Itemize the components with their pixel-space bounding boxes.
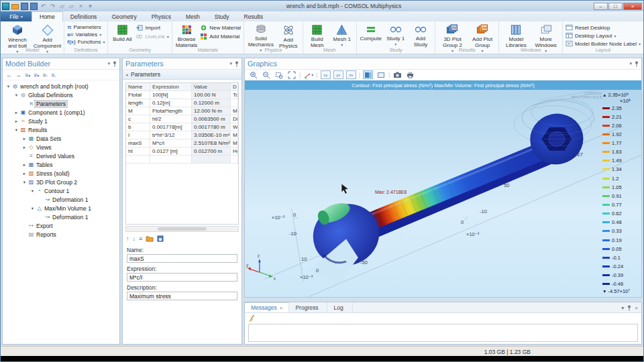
transparency-icon[interactable] (363, 70, 373, 79)
close-panel-icon[interactable]: × (635, 305, 638, 311)
livelink-button[interactable]: LiveLink▾ (136, 33, 168, 40)
messages-tab[interactable]: Log (327, 302, 352, 312)
expand-all-icon[interactable]: ≡↓ (51, 72, 56, 78)
messages-tab[interactable]: Messages × (245, 302, 289, 312)
add-study-button[interactable]: Add Study (409, 23, 432, 49)
new-material-button[interactable]: New Material (200, 24, 241, 32)
save-as-icon[interactable] (30, 3, 38, 10)
load-from-file-icon[interactable] (146, 235, 154, 242)
tree-item[interactable]: ↝ Deformation 1 (3, 213, 119, 221)
tree-item[interactable]: ▤ Reports (3, 230, 119, 239)
tree-expander-icon[interactable]: ▾ (13, 127, 19, 133)
scrollbar-thumb[interactable] (158, 227, 207, 231)
col-header-name[interactable]: Name (126, 83, 150, 90)
tree-item[interactable]: ▸ ▦ Data Sets (3, 134, 119, 143)
image-snapshot-icon[interactable] (392, 70, 402, 79)
tab-physics[interactable]: Physics (144, 12, 178, 21)
node-view-icon[interactable]: ≡▾ (34, 72, 39, 78)
pin-icon[interactable] (635, 61, 639, 67)
tree-item[interactable]: π Parameters (3, 99, 119, 108)
view-yz-icon[interactable]: yz (333, 70, 343, 79)
desktop-layout-button[interactable]: Desktop Layout▾ (566, 32, 641, 39)
move-down-icon[interactable]: ↓ (133, 235, 136, 242)
tree-expander-icon[interactable]: ▾ (13, 93, 19, 98)
forward-icon[interactable]: → (15, 72, 21, 78)
panel-menu-icon[interactable]: ▾ (107, 61, 110, 66)
tree-item[interactable]: ▾ ◔ Contour 1 (3, 186, 119, 195)
qat-dropdown-icon[interactable]: ▾ (87, 3, 94, 10)
tree-expander-icon[interactable]: ▸ (21, 162, 28, 168)
list-icon[interactable]: ≡ (139, 235, 142, 242)
name-input[interactable]: maxS (127, 254, 237, 263)
tree-expander-icon[interactable]: ▸ (21, 171, 28, 176)
tree-item[interactable]: ▾ ◍ Global Definitions (3, 90, 119, 99)
col-header-value[interactable]: Value (192, 83, 231, 90)
table-row[interactable]: maxS M*c/I 2.5107E8 N/m² M (126, 139, 238, 147)
delete-icon[interactable]: × (77, 3, 85, 10)
pin-icon[interactable] (235, 61, 239, 67)
table-row[interactable]: I b*ht^3/12 3.0350E-10 m⁴ M (126, 131, 238, 139)
tree-expander-icon[interactable]: ▸ (13, 110, 19, 115)
mesh-1-button[interactable]: Mesh 1▾ (331, 23, 354, 48)
redo-icon[interactable]: ↷ (49, 3, 56, 10)
functions-button[interactable]: f(x)Functions▾ (67, 39, 105, 45)
view-zx-icon[interactable]: zx (346, 70, 356, 79)
move-up-icon[interactable]: ↑ (126, 235, 129, 242)
browse-materials-button[interactable]: Browse Materials (175, 23, 198, 50)
table-row[interactable]: length 0.12[m] 0.12000 m (126, 99, 238, 107)
clear-messages-icon[interactable] (248, 314, 256, 322)
save-icon[interactable] (21, 3, 28, 10)
build-all-button[interactable]: Build All (111, 23, 133, 44)
undo-icon[interactable]: ↶ (40, 3, 47, 10)
tab-mesh[interactable]: Mesh (178, 12, 207, 21)
tree-item[interactable]: ▾ ▨ Results (3, 125, 119, 134)
reset-desktop-button[interactable]: Reset Desktop (566, 24, 641, 31)
description-input[interactable]: Maximum stress (127, 292, 237, 300)
table-row[interactable]: ht 0.0127 [m] 0.012700 m He (126, 147, 238, 156)
minimize-button[interactable]: – (594, 3, 608, 10)
tree-item[interactable]: ▾ △ Max/Min Volume 1 (3, 204, 119, 213)
messages-tab[interactable]: Progress (289, 302, 327, 312)
back-icon[interactable]: ← (6, 72, 12, 78)
import-button[interactable]: Import (136, 24, 168, 32)
go-to-default-view-icon[interactable]: ▾ (303, 70, 313, 79)
build-mesh-button[interactable]: Build Mesh (306, 23, 329, 50)
view-xy-icon[interactable]: xy (321, 70, 331, 79)
col-header-expression[interactable]: Expression (150, 83, 192, 90)
panel-menu-icon[interactable]: ▾ (229, 61, 232, 66)
tree-expander-icon[interactable]: ▾ (21, 180, 28, 185)
tree-expander-icon[interactable]: ▸ (21, 145, 28, 150)
tab-study[interactable]: Study (207, 12, 237, 21)
scene-light-icon[interactable] (376, 70, 386, 79)
tree-item[interactable]: ≡ Derived Values (3, 152, 119, 160)
table-row[interactable]: M Ftotal*length 12.000 N·m M (126, 107, 238, 115)
tree-item[interactable]: ▾ ◍ wrench and bolt.mph (root) (3, 82, 119, 90)
table-row[interactable]: Ftotal 100[N] 100.00 N To (126, 91, 238, 99)
table-horizontal-scrollbar[interactable] (125, 226, 239, 232)
show-menu-icon[interactable]: ≡▾ (25, 72, 30, 78)
print-icon[interactable] (405, 70, 415, 79)
zoom-extents-icon[interactable] (286, 70, 297, 79)
table-row[interactable]: b 0.001778[m] 0.0017780 m W (126, 123, 238, 131)
wrench-3d-view[interactable]: Min: -4.6404E7 (245, 80, 641, 297)
model-libraries-button[interactable]: Model Libraries (502, 23, 530, 50)
tree-item[interactable]: ▸ ≈ Study 1 (3, 117, 119, 125)
tab-home[interactable]: Home (32, 11, 63, 21)
compute-button[interactable]: Compute (360, 23, 382, 43)
maximize-button[interactable]: □ (608, 3, 623, 10)
parameters-section-header[interactable]: ▾ Parameters (123, 70, 241, 80)
tree-expander-icon[interactable]: ▾ (30, 206, 36, 211)
study-1-button[interactable]: Study 1▾ (384, 23, 407, 47)
model-builder-node-label-button[interactable]: Model Builder Node Label▾ (566, 40, 641, 47)
plot-area[interactable]: Contour: First principal stress (N/m²) M… (245, 80, 641, 297)
add-material-button[interactable]: Add Material (200, 33, 241, 40)
section-collapse-icon[interactable]: ▾ (126, 72, 128, 77)
zoom-box-icon[interactable] (274, 70, 284, 79)
panel-menu-icon[interactable]: ▾ (629, 61, 632, 66)
table-row[interactable]: c ht/2 0.0063500 m Di (126, 115, 238, 123)
paste-icon[interactable]: ▱ (68, 3, 75, 10)
tree-item[interactable]: ▾ ▨ 3D Plot Group 2 (3, 178, 119, 186)
tab-close-icon[interactable]: × (280, 305, 283, 311)
tree-item[interactable]: ▸ ▣ Component 1 (comp1) (3, 108, 119, 117)
table-empty-row[interactable] (126, 156, 238, 164)
